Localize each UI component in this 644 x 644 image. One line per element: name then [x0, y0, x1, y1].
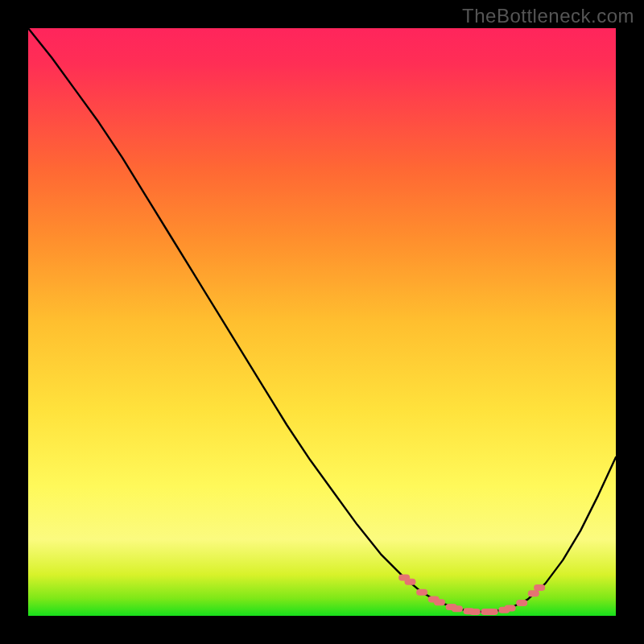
marker-dot	[516, 600, 527, 606]
marker-dot	[434, 599, 445, 605]
watermark-text: TheBottleneck.com	[462, 5, 634, 27]
chart-overlay	[28, 28, 616, 616]
marker-dot	[405, 579, 416, 585]
optimal-range-markers	[398, 575, 545, 615]
marker-dot	[487, 609, 498, 615]
marker-dot	[534, 584, 545, 591]
marker-dot	[528, 590, 539, 597]
marker-dot	[416, 589, 427, 596]
plot-area	[28, 28, 616, 616]
bottleneck-curve	[28, 28, 616, 612]
chart-frame: TheBottleneck.com	[0, 0, 644, 644]
marker-dot	[469, 609, 481, 615]
marker-dot	[452, 605, 463, 612]
marker-dot	[505, 605, 516, 612]
